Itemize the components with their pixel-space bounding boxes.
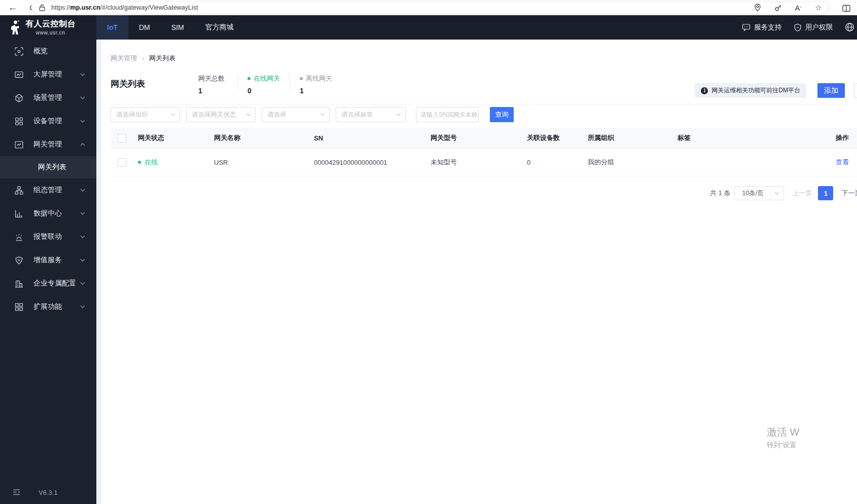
gem-shield-icon	[14, 256, 23, 265]
sidebar-item-overview[interactable]: 概览	[0, 40, 96, 63]
location-pin-icon[interactable]	[753, 3, 763, 13]
col-header-sn: SN	[314, 134, 431, 142]
breadcrumb-separator-icon: ›	[142, 55, 144, 62]
table-header-row: 网关状态 网关名称 SN 网关型号 关联设备数 所属组织 标签 操作	[111, 128, 857, 149]
row-org: 我的分组	[588, 158, 677, 167]
url-host: mp.usr.cn	[70, 4, 100, 11]
chevron-down-icon	[80, 235, 85, 238]
overview-icon	[14, 47, 23, 56]
logo-title: 有人云控制台	[25, 20, 76, 28]
section-divider	[111, 104, 848, 104]
page-1-button[interactable]: 1	[818, 186, 833, 200]
query-button[interactable]: 查询	[490, 107, 514, 122]
col-header-name: 网关名称	[214, 133, 314, 142]
content-gutter	[96, 40, 101, 504]
pagination: 共 1 条 10条/页 上一页 1 下一页	[710, 186, 857, 201]
sidebar-item-gateway[interactable]: 网关管理	[0, 133, 96, 156]
stat-divider	[237, 74, 238, 92]
row-model: 未知型号	[431, 158, 527, 167]
nav-tab-dm[interactable]: DM	[128, 15, 161, 40]
language-globe-icon[interactable]	[845, 22, 855, 32]
table-row: 在线 USR 00004291000000000001 未知型号 0 我的分组 …	[111, 149, 857, 176]
chevron-down-icon	[80, 96, 85, 99]
url-scheme: https://	[51, 4, 70, 11]
nav-tab-sim[interactable]: SIM	[161, 15, 195, 40]
sidebar-item-scene[interactable]: 场景管理	[0, 86, 96, 110]
browser-toolbar: ← ⟳ https://mp.usr.cn/#/cloud/gateway/Vi…	[0, 0, 857, 15]
browser-back-icon[interactable]: ←	[6, 1, 19, 14]
nav-tab-iot[interactable]: IoT	[96, 15, 128, 40]
sidebar-item-vas[interactable]: 增值服务	[0, 248, 96, 272]
chevron-down-icon	[774, 192, 779, 195]
page-size-select[interactable]: 10条/页	[734, 186, 784, 200]
platform-nav: IoT DM SIM 官方商城	[96, 15, 244, 40]
bar-chart-icon	[14, 209, 23, 218]
sidebar-item-alarm[interactable]: 报警联动	[0, 225, 96, 248]
alarm-icon	[14, 232, 23, 241]
next-page-button[interactable]: 下一页	[841, 189, 857, 198]
stat-online: 在线网关 0	[247, 74, 280, 95]
online-dot-icon	[138, 161, 141, 164]
collapse-menu-icon[interactable]	[12, 488, 21, 497]
breadcrumb-parent[interactable]: 网关管理	[111, 54, 137, 63]
sidebar-item-datacenter[interactable]: 数据中心	[0, 202, 96, 225]
banner-text: 网关运维相关功能可前往DM平台	[711, 86, 800, 95]
chevron-down-icon	[80, 259, 85, 262]
prev-page-button[interactable]: 上一页	[792, 189, 812, 198]
chevron-down-icon	[80, 212, 85, 215]
password-key-icon[interactable]	[773, 3, 783, 13]
gateway-stats: 网关总数 1 在线网关 0 离线网关 1	[198, 74, 332, 95]
chevron-down-icon	[80, 189, 85, 192]
col-header-count: 关联设备数	[527, 133, 588, 142]
chevron-down-icon	[80, 305, 85, 308]
sidebar-item-extension[interactable]: 扩展功能	[0, 295, 96, 318]
read-aloud-icon[interactable]: A”	[793, 3, 803, 13]
sidebar-item-scada[interactable]: 组态管理	[0, 178, 96, 202]
browser-address-bar[interactable]: https://mp.usr.cn/#/cloud/gateway/ViewGa…	[31, 1, 829, 14]
support-link[interactable]: 服务支持	[742, 23, 781, 32]
brand-logo[interactable]: 有人云控制台 www.usr.cn	[0, 15, 96, 40]
row-checkbox[interactable]	[118, 158, 126, 167]
page-title: 网关列表	[111, 78, 145, 90]
generic-select[interactable]: 请选择	[262, 107, 330, 122]
view-link[interactable]: 查看	[836, 158, 849, 166]
shield-icon	[794, 23, 802, 32]
windows-activation-watermark: 激活 W 转到“设置	[767, 427, 799, 449]
clipped-edge-button[interactable]	[854, 83, 857, 98]
sidebar-footer: V6.3.1	[0, 488, 96, 497]
app-window: ← ⟳ https://mp.usr.cn/#/cloud/gateway/Vi…	[0, 0, 857, 504]
select-all-checkbox[interactable]	[118, 134, 126, 142]
gateway-status-select[interactable]: 请选择网关状态	[186, 107, 256, 122]
support-label: 服务支持	[754, 23, 781, 32]
extension-grid-icon	[14, 302, 23, 311]
chevron-down-icon	[320, 113, 325, 116]
chevron-down-icon	[80, 120, 85, 123]
stat-total: 网关总数 1	[198, 74, 228, 95]
chevron-down-icon	[80, 73, 85, 76]
favorite-star-icon[interactable]: ☆	[813, 3, 824, 13]
permissions-label: 用户权限	[805, 23, 833, 32]
sidebar-item-enterprise[interactable]: 企业专属配置	[0, 272, 96, 295]
sidebar-item-device[interactable]: 设备管理	[0, 110, 96, 133]
col-header-action: 操作	[781, 133, 857, 142]
split-screen-icon[interactable]	[840, 2, 853, 15]
stat-divider	[290, 74, 290, 92]
sidebar-item-bigscreen[interactable]: 大屏管理	[0, 63, 96, 86]
sn-search-input[interactable]: 请输入SN或网关名称	[416, 107, 479, 122]
tag-select[interactable]: 请选择标签	[336, 107, 406, 122]
add-gateway-button[interactable]: 添加	[817, 83, 845, 98]
row-status: 在线	[145, 158, 158, 167]
breadcrumb-current: 网关列表	[149, 54, 175, 63]
org-select[interactable]: 请选择组织	[111, 107, 180, 122]
permissions-link[interactable]: 用户权限	[794, 23, 833, 32]
dm-platform-banner: i 网关运维相关功能可前往DM平台	[695, 83, 806, 98]
scene-cube-icon	[14, 93, 23, 102]
nav-tab-mall[interactable]: 官方商城	[195, 15, 244, 40]
filter-bar: 请选择组织 请选择网关状态 请选择 请选择标签 请输入SN或网关名称 查询	[111, 107, 514, 122]
chevron-down-icon	[246, 113, 251, 116]
chevron-down-icon	[170, 113, 175, 116]
chevron-up-icon	[80, 143, 85, 146]
sidebar-subitem-gateway-list[interactable]: 网关列表	[0, 156, 96, 178]
gateway-table: 网关状态 网关名称 SN 网关型号 关联设备数 所属组织 标签 操作 在线 US…	[111, 128, 857, 176]
chat-icon	[742, 23, 751, 31]
